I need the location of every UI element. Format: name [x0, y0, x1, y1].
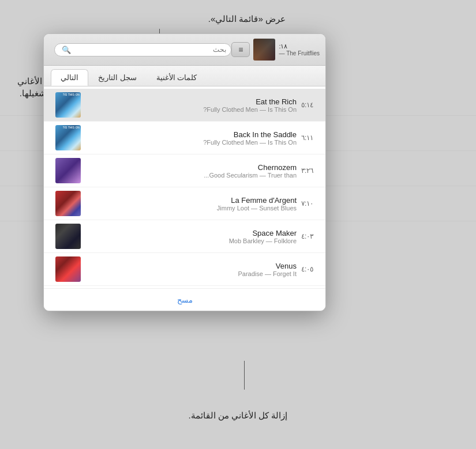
- song-subtitle-3: Good Secularism — Truer than...: [81, 172, 297, 179]
- song-title-2: Back In the Saddle: [81, 130, 297, 139]
- tab-next[interactable]: التالي: [51, 69, 88, 86]
- search-box[interactable]: 🔍: [54, 43, 231, 56]
- song-info-3: Chernozem Good Secularism — Truer than..…: [81, 163, 297, 179]
- table-row[interactable]: La Femme d'Argent Jimmy Loot — Sunset Bl…: [44, 187, 325, 220]
- annotation-bottom: إزالة كل الأغاني من القائمة.: [189, 409, 288, 421]
- now-playing-artist: The Fruitflies —: [279, 50, 320, 56]
- song-title-4: La Femme d'Argent: [81, 196, 297, 205]
- song-subtitle-1: Fully Clothed Men — Is This On?: [81, 106, 297, 113]
- clear-section: مسح: [44, 288, 325, 311]
- album-art-4: [55, 191, 81, 216]
- album-art-5: [55, 224, 81, 249]
- search-input[interactable]: [71, 46, 226, 54]
- now-playing-album-art: [253, 39, 275, 61]
- album-art-6: [55, 256, 81, 282]
- tab-lyrics[interactable]: كلمات الأغنية: [147, 69, 207, 86]
- song-title-6: Venus: [81, 262, 297, 270]
- song-title-3: Chernozem: [81, 163, 297, 172]
- album-art-3: [55, 158, 81, 183]
- song-subtitle-6: Paradise — Forget It: [81, 270, 297, 277]
- annotation-bottom-line: [244, 361, 245, 390]
- table-row[interactable]: IS THIS ON? Back In the Saddle Fully Clo…: [44, 122, 325, 154]
- now-playing-info: ١٨: The Fruitflies —: [279, 43, 320, 56]
- song-duration-4: ٧:١٠: [297, 199, 320, 207]
- album-art-1: IS THIS ON?: [55, 92, 81, 118]
- table-row[interactable]: IS THIS ON? Eat the Rich Fully Clothed M…: [44, 89, 325, 122]
- queue-button[interactable]: ≡: [231, 42, 250, 57]
- table-row[interactable]: Space Maker Mob Barkley — Folklore ٤:٠٣: [44, 220, 325, 253]
- song-title-1: Eat the Rich: [81, 97, 297, 106]
- now-playing-time: ١٨:: [279, 43, 287, 50]
- topbar: 🔍 ≡ ١٨: The Fruitflies —: [44, 34, 325, 66]
- annotation-top: عرض «قائمة التالي».: [208, 13, 286, 25]
- song-info-4: La Femme d'Argent Jimmy Loot — Sunset Bl…: [81, 196, 297, 212]
- song-title-5: Space Maker: [81, 229, 297, 237]
- song-info-6: Venus Paradise — Forget It: [81, 262, 297, 277]
- clear-button[interactable]: مسح: [177, 296, 193, 304]
- song-info-1: Eat the Rich Fully Clothed Men — Is This…: [81, 97, 297, 113]
- song-duration-5: ٤:٠٣: [297, 232, 320, 240]
- table-row[interactable]: Chernozem Good Secularism — Truer than..…: [44, 154, 325, 187]
- song-info-2: Back In the Saddle Fully Clothed Men — I…: [81, 130, 297, 146]
- table-row[interactable]: Venus Paradise — Forget It ٤:٠٥: [44, 253, 325, 286]
- song-subtitle-5: Mob Barkley — Folklore: [81, 237, 297, 244]
- song-duration-1: ٥:١٤: [297, 101, 320, 109]
- song-duration-2: ٦:١١: [297, 134, 320, 142]
- search-icon: 🔍: [62, 46, 71, 54]
- song-info-5: Space Maker Mob Barkley — Folklore: [81, 229, 297, 244]
- thumb-label-1: IS THIS ON?: [63, 93, 80, 96]
- album-art-2: IS THIS ON?: [55, 125, 81, 150]
- song-duration-3: ٣:٢٦: [297, 167, 320, 175]
- song-list: IS THIS ON? Eat the Rich Fully Clothed M…: [44, 86, 325, 288]
- thumb-label-2: IS THIS ON?: [63, 126, 80, 129]
- queue-icon: ≡: [238, 45, 243, 54]
- tabs-bar: التالي سجل التاريخ كلمات الأغنية: [44, 66, 325, 86]
- tab-history[interactable]: سجل التاريخ: [88, 69, 147, 86]
- song-subtitle-2: Fully Clothed Men — Is This On?: [81, 139, 297, 146]
- song-duration-6: ٤:٠٥: [297, 265, 320, 273]
- song-subtitle-4: Jimmy Loot — Sunset Blues: [81, 205, 297, 212]
- popup-panel: 🔍 ≡ ١٨: The Fruitflies — التالي سجل التا…: [43, 33, 326, 311]
